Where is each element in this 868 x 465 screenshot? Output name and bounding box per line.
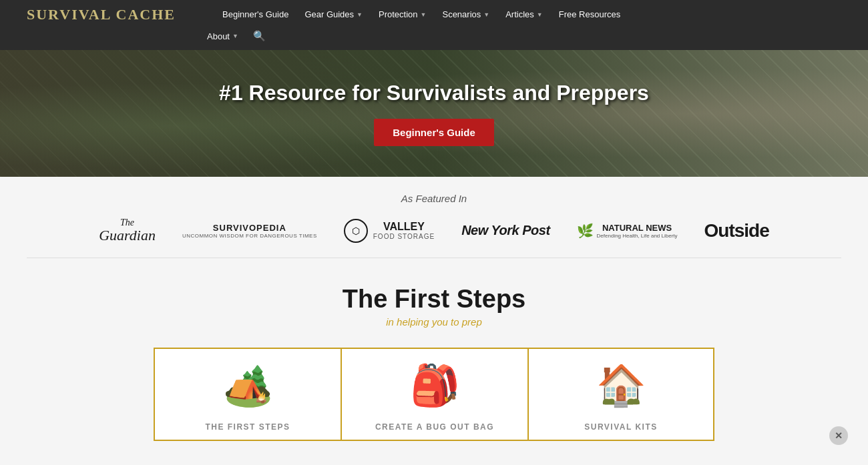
cards-row: 🏕️ THE FIRST STEPS 🎒 CREATE A BUG OUT BA… — [27, 348, 841, 441]
chevron-down-icon: ▼ — [232, 33, 238, 39]
card-icon-area: 🎒 — [342, 356, 527, 416]
navbar: SURVIVAL CACHE Beginner's Guide Gear Gui… — [0, 0, 868, 50]
close-button[interactable]: ✕ — [829, 426, 848, 445]
card-label-bug-out-bag: CREATE A BUG OUT BAG — [375, 422, 494, 432]
nav-item-scenarios[interactable]: Scenarios ▼ — [435, 5, 496, 23]
chevron-down-icon: ▼ — [357, 11, 363, 18]
card-label-first-steps: THE FIRST STEPS — [205, 422, 290, 432]
featured-section: As Featured In The Guardian SURVIVOPEDIA… — [0, 177, 868, 258]
section-title: The First Steps — [27, 285, 841, 314]
logo-label: SURVIVAL CACHE — [27, 6, 176, 23]
card-survival-kits[interactable]: 🏠 SURVIVAL KITS — [527, 348, 714, 441]
nav-row2: About ▼ 🔍 — [200, 26, 271, 50]
natural-news-logo[interactable]: 🌿 NATURAL NEWS Defending Health, Life an… — [577, 223, 678, 239]
chevron-down-icon: ▼ — [421, 11, 427, 18]
nav-item-articles[interactable]: Articles ▼ — [499, 5, 550, 23]
nav-row1: Beginner's Guide Gear Guides ▼ Protectio… — [216, 5, 841, 23]
natural-news-icon: 🌿 — [577, 223, 594, 239]
featured-logos-row: The Guardian SURVIVOPEDIA Uncommon Wisdo… — [27, 217, 841, 244]
guardian-logo[interactable]: The Guardian — [99, 217, 156, 244]
nav-top-row: SURVIVAL CACHE Beginner's Guide Gear Gui… — [27, 0, 841, 26]
campfire-scout-icon: 🏕️ — [223, 362, 273, 409]
card-bug-out-bag[interactable]: 🎒 CREATE A BUG OUT BAG — [341, 348, 527, 441]
hero-cta-button[interactable]: Beginner's Guide — [374, 119, 494, 146]
nav-item-gear-guides[interactable]: Gear Guides ▼ — [298, 5, 369, 23]
valley-icon: ⬡ — [344, 219, 368, 243]
survivopedia-logo[interactable]: SURVIVOPEDIA Uncommon Wisdom for Dangero… — [182, 223, 317, 239]
hero-overlay — [0, 50, 868, 177]
backpack-icon: 🎒 — [410, 362, 460, 409]
section-subtitle: in helping you to prep — [27, 316, 841, 328]
card-label-survival-kits: SURVIVAL KITS — [584, 422, 658, 432]
chevron-down-icon: ▼ — [483, 11, 489, 18]
nav-item-protection[interactable]: Protection ▼ — [372, 5, 433, 23]
first-steps-section: The First Steps in helping you to prep 🏕… — [0, 258, 868, 454]
new-york-post-logo[interactable]: New York Post — [461, 223, 550, 238]
card-first-steps[interactable]: 🏕️ THE FIRST STEPS — [154, 348, 341, 441]
hero-section: #1 Resource for Survivalists and Prepper… — [0, 50, 868, 177]
shelter-kit-icon: 🏠 — [596, 362, 646, 409]
logo[interactable]: SURVIVAL CACHE — [27, 6, 176, 23]
nav-item-beginners-guide[interactable]: Beginner's Guide — [216, 5, 295, 23]
featured-label: As Featured In — [27, 193, 841, 204]
card-icon-area: 🏠 — [529, 356, 713, 416]
valley-food-storage-logo[interactable]: ⬡ VALLEY FOOD STORAGE — [344, 219, 435, 243]
search-button[interactable]: 🔍 — [248, 26, 271, 46]
logo-text: SURVIVAL CACHE — [27, 6, 176, 23]
outside-magazine-logo[interactable]: Outside — [704, 220, 769, 242]
hero-title: #1 Resource for Survivalists and Prepper… — [219, 81, 649, 105]
nav-item-free-resources[interactable]: Free Resources — [552, 5, 627, 23]
nav-item-about[interactable]: About ▼ — [200, 27, 245, 45]
card-icon-area: 🏕️ — [155, 356, 341, 416]
chevron-down-icon: ▼ — [537, 11, 543, 18]
